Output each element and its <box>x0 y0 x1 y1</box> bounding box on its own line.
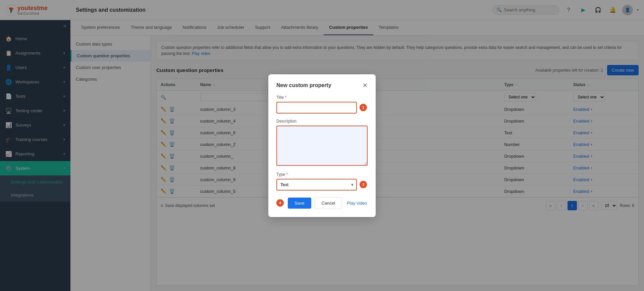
step-4-badge: 4 <box>276 199 284 207</box>
type-label: Type * <box>276 172 368 177</box>
cancel-button[interactable]: Cancel <box>315 197 342 209</box>
title-form-group: Title * 1 <box>276 95 368 114</box>
step-1-badge: 1 <box>360 104 367 111</box>
new-custom-property-modal: New custom property ✕ Title * 1 Descript… <box>268 74 376 217</box>
modal-header: New custom property ✕ <box>276 82 368 88</box>
step-3-badge: 3 <box>360 181 367 188</box>
title-label: Title * <box>276 95 368 100</box>
title-input[interactable] <box>276 102 357 114</box>
type-form-group: Type * Text Dropdown Number 3 <box>276 172 368 191</box>
modal-close-button[interactable]: ✕ <box>363 82 368 88</box>
description-textarea[interactable] <box>276 126 368 166</box>
modal-actions: 4 Save Cancel Play video <box>276 197 368 209</box>
required-indicator: * <box>285 95 287 100</box>
type-select[interactable]: Text Dropdown Number <box>276 179 357 191</box>
save-button[interactable]: Save <box>288 198 311 209</box>
play-video-modal-link[interactable]: Play video <box>347 201 367 206</box>
required-indicator: * <box>286 172 288 177</box>
modal-title: New custom property <box>276 82 331 88</box>
description-form-group: Description <box>276 119 368 167</box>
description-label: Description <box>276 119 368 124</box>
modal-overlay[interactable]: New custom property ✕ Title * 1 Descript… <box>0 0 644 291</box>
